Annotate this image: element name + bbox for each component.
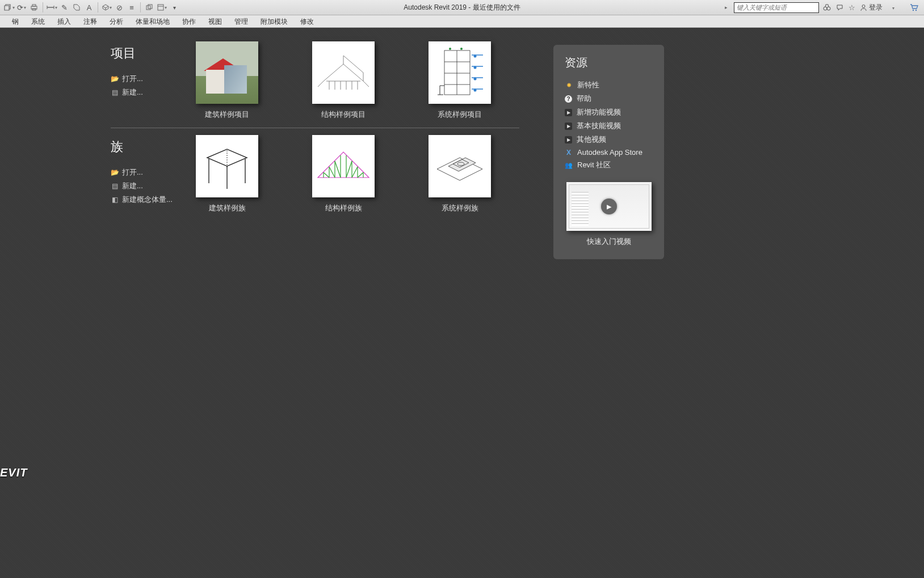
- tab-addins[interactable]: 附加模块: [254, 15, 294, 28]
- star-icon: ✸: [565, 81, 573, 89]
- getting-started-video[interactable]: ▶: [566, 182, 652, 231]
- open-family-link[interactable]: 📂打开...: [111, 166, 196, 179]
- svg-rect-8: [158, 5, 163, 10]
- family-card-struct-label: 结构样例族: [312, 203, 375, 213]
- project-card-struct-label: 结构样例项目: [312, 109, 375, 120]
- folder-icon: 📂: [111, 75, 119, 82]
- res-whatsnew[interactable]: ✸新特性: [565, 78, 653, 92]
- tab-manage[interactable]: 管理: [228, 15, 254, 28]
- project-card-sys-label: 系统样例项目: [429, 109, 491, 120]
- project-card-arch[interactable]: 建筑样例项目: [196, 41, 258, 120]
- redo-dropdown-icon[interactable]: ⟳: [16, 2, 27, 13]
- resources-title: 资源: [565, 55, 653, 70]
- res-video-basic[interactable]: ▶基本技能视频: [565, 119, 653, 133]
- project-card-sys[interactable]: 系统样例项目: [429, 41, 491, 120]
- view3d-dropdown-icon[interactable]: [101, 2, 112, 13]
- cart-icon[interactable]: [909, 3, 918, 12]
- file-icon: ▤: [111, 89, 119, 96]
- svg-line-43: [358, 172, 363, 178]
- open-project-label: 打开...: [122, 74, 143, 84]
- print-icon[interactable]: [28, 2, 40, 13]
- mass-icon: ◧: [111, 196, 119, 203]
- svg-line-42: [352, 167, 358, 178]
- community-icon: 👥: [565, 161, 573, 169]
- new-family-link[interactable]: ▤新建...: [111, 179, 196, 193]
- new-family-label: 新建...: [122, 181, 143, 191]
- appstore-icon: X: [565, 149, 573, 157]
- play-icon: ▶: [565, 136, 572, 144]
- svg-point-10: [824, 7, 827, 10]
- section-icon[interactable]: ⊘: [114, 2, 125, 13]
- titlebar-right: ▸ ☆ 登录: [725, 2, 924, 13]
- tag-icon[interactable]: [71, 2, 82, 13]
- tab-systems[interactable]: 系统: [25, 15, 51, 28]
- close-inactive-icon[interactable]: [144, 2, 155, 13]
- family-card-sys[interactable]: 系统样例族: [429, 135, 491, 213]
- family-card-struct[interactable]: 结构样例族: [312, 135, 375, 213]
- tab-massing[interactable]: 体量和场地: [129, 15, 176, 28]
- family-card-arch[interactable]: 建筑样例族: [196, 135, 258, 213]
- tab-analyze[interactable]: 分析: [103, 15, 129, 28]
- families-title: 族: [111, 138, 196, 155]
- signin-label: 登录: [869, 3, 883, 12]
- res-video-other[interactable]: ▶其他视频: [565, 133, 653, 146]
- section-divider: [111, 128, 519, 128]
- tab-collaborate[interactable]: 协作: [176, 15, 202, 28]
- res-help[interactable]: ?帮助: [565, 92, 653, 106]
- comm-center-icon[interactable]: [835, 3, 844, 12]
- ribbon-tabs: 钢 系统 插入 注释 分析 体量和场地 协作 视图 管理 附加模块 修改: [0, 15, 924, 28]
- favorites-icon[interactable]: ☆: [847, 3, 856, 12]
- main-area: 项目 📂打开... ▤新建... 建筑样例项目 结构样例项目: [0, 28, 924, 578]
- project-card-arch-label: 建筑样例项目: [196, 109, 258, 120]
- search-input[interactable]: [734, 2, 819, 13]
- open-project-link[interactable]: 📂打开...: [111, 72, 196, 86]
- svg-point-14: [915, 9, 916, 10]
- qat-customize-icon[interactable]: ▾: [169, 2, 180, 13]
- tab-insert[interactable]: 插入: [51, 15, 77, 28]
- play-button-icon: ▶: [601, 199, 617, 214]
- open-family-label: 打开...: [122, 167, 143, 178]
- svg-line-38: [324, 172, 329, 178]
- binoculars-icon[interactable]: [822, 3, 831, 12]
- svg-point-12: [862, 5, 865, 7]
- res-video-new[interactable]: ▶新增功能视频: [565, 106, 653, 119]
- quick-access-toolbar: ⟳ ✎ A ⊘ ≡ ▾: [0, 2, 180, 13]
- res-community[interactable]: 👥Revit 社区: [565, 158, 653, 172]
- svg-point-25: [460, 48, 463, 50]
- svg-line-39: [329, 167, 335, 178]
- file-icon: ▤: [111, 183, 119, 189]
- new-mass-label: 新建概念体量...: [122, 195, 173, 205]
- signin-button[interactable]: 登录: [860, 3, 894, 12]
- svg-rect-1: [32, 5, 36, 6]
- svg-point-13: [912, 9, 913, 10]
- thinlines-icon[interactable]: ≡: [126, 2, 137, 13]
- svg-line-40: [335, 161, 341, 178]
- search-arrow-icon[interactable]: ▸: [725, 5, 730, 10]
- tab-annotate[interactable]: 注释: [77, 15, 103, 28]
- svg-point-24: [449, 48, 451, 50]
- svg-line-41: [346, 161, 352, 178]
- new-mass-link[interactable]: ◧新建概念体量...: [111, 193, 196, 206]
- new-project-label: 新建...: [122, 87, 143, 98]
- window-title: Autodesk Revit 2019 - 最近使用的文件: [404, 3, 520, 12]
- resources-panel: 资源 ✸新特性 ?帮助 ▶新增功能视频 ▶基本技能视频 ▶其他视频 XAutod…: [553, 45, 664, 259]
- user-icon: [860, 4, 867, 11]
- video-label: 快速入门视频: [565, 237, 653, 247]
- res-appstore[interactable]: XAutodesk App Store: [565, 146, 653, 158]
- brand-watermark: EVIT: [0, 466, 27, 479]
- text-icon[interactable]: A: [83, 2, 95, 13]
- tab-modify[interactable]: 修改: [294, 15, 320, 28]
- signin-dropdown-icon: [884, 3, 894, 11]
- svg-rect-15: [444, 50, 470, 95]
- dimension-icon[interactable]: ✎: [58, 2, 70, 13]
- family-card-sys-label: 系统样例族: [429, 203, 491, 213]
- switch-window-dropdown-icon[interactable]: [156, 2, 167, 13]
- open-dropdown-icon[interactable]: [3, 2, 15, 13]
- folder-icon: 📂: [111, 169, 119, 176]
- new-project-link[interactable]: ▤新建...: [111, 86, 196, 99]
- measure-dropdown-icon[interactable]: [46, 2, 57, 13]
- project-card-struct[interactable]: 结构样例项目: [312, 41, 375, 120]
- tab-view[interactable]: 视图: [202, 15, 228, 28]
- play-icon: ▶: [565, 123, 572, 130]
- tab-steel[interactable]: 钢: [6, 15, 25, 28]
